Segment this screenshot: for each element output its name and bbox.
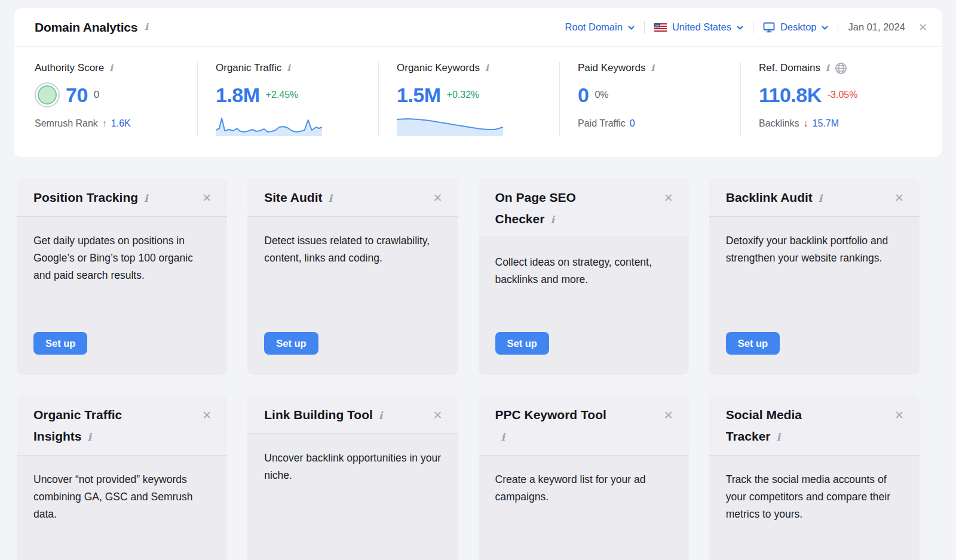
semrush-rank-value[interactable]: 1.6K [111, 118, 131, 129]
authority-score-gauge [35, 82, 60, 107]
organic-keywords-sparkline [397, 115, 503, 136]
info-icon[interactable]: i [379, 411, 382, 421]
card-site-audit: Site Auditi ✕ Detect issues related to c… [247, 178, 458, 375]
card-title: Social Media Tracker [726, 408, 802, 443]
info-icon[interactable]: i [144, 193, 148, 204]
ref-domains-value[interactable]: 110.8K [759, 84, 822, 107]
info-icon[interactable]: i [550, 215, 554, 225]
paid-traffic-value[interactable]: 0 [630, 118, 635, 129]
page-title: Domain Analytics [35, 20, 137, 35]
metric-label: Paid Keywords [578, 62, 645, 74]
organic-traffic-sparkline [216, 115, 322, 136]
arrow-down-icon: ↓ [804, 118, 808, 129]
info-icon[interactable]: i [651, 64, 654, 73]
card-title: Link Building Tool [264, 408, 373, 421]
metric-paid-keywords: Paid Keywords i 0 0% Paid Traffic 0 [559, 62, 740, 136]
card-ppc-keyword-tool: PPC Keyword Tooli ✕ Create a keyword lis… [479, 395, 689, 560]
setup-button[interactable]: Set up [264, 332, 318, 355]
metrics-row: Authority Score i 70 0 Semrush Rank ↑ 1.… [14, 47, 942, 136]
chevron-down-icon [737, 26, 743, 30]
card-description: Track the social media accounts of your … [726, 471, 903, 523]
info-icon[interactable]: i [145, 23, 148, 32]
close-icon[interactable]: ✕ [433, 192, 443, 204]
card-description: Get daily updates on positions in Google… [33, 232, 210, 284]
chevron-down-icon [628, 26, 635, 30]
info-icon[interactable]: i [287, 64, 290, 73]
card-title: Organic Traffic Insights [33, 408, 122, 443]
metric-ref-domains: Ref. Domains i 110.8K -3.05% Backlinks ↓… [740, 62, 921, 136]
info-icon[interactable]: i [328, 193, 332, 204]
close-icon[interactable]: ✕ [202, 410, 212, 421]
tool-cards-row-1: Position Trackingi ✕ Get daily updates o… [17, 178, 920, 375]
metric-label: Organic Traffic [216, 62, 281, 74]
close-icon[interactable]: ✕ [202, 192, 212, 204]
close-icon[interactable]: ✕ [433, 410, 443, 421]
close-icon[interactable]: ✕ [918, 22, 927, 33]
card-description: Detoxify your backlink portfolio and str… [726, 232, 903, 267]
arrow-up-icon: ↑ [102, 118, 107, 129]
authority-score-value[interactable]: 70 [66, 84, 88, 107]
info-icon[interactable]: i [88, 432, 91, 442]
root-domain-label: Root Domain [565, 21, 623, 33]
metric-organic-traffic: Organic Traffic i 1.8M +2.45% [197, 62, 378, 136]
divider [753, 21, 753, 34]
desktop-icon [763, 21, 775, 33]
metric-authority-score: Authority Score i 70 0 Semrush Rank ↑ 1.… [35, 62, 197, 136]
info-icon[interactable]: i [109, 64, 113, 73]
organic-keywords-delta: +0.32% [447, 90, 480, 100]
setup-button[interactable]: Set up [495, 332, 549, 355]
panel-header: Domain Analytics i Root Domain [14, 8, 942, 47]
close-icon[interactable]: ✕ [664, 410, 673, 421]
metric-organic-keywords: Organic Keywords i 1.5M +0.32% [378, 62, 559, 136]
chevron-down-icon [822, 26, 828, 30]
card-organic-traffic-insights: Organic Traffic Insightsi ✕ Uncover “not… [17, 395, 227, 560]
card-position-tracking: Position Trackingi ✕ Get daily updates o… [17, 178, 227, 375]
backlinks-label: Backlinks [759, 118, 799, 129]
card-social-media-tracker: Social Media Trackeri ✕ Track the social… [709, 395, 920, 560]
info-icon[interactable]: i [819, 193, 822, 204]
close-icon[interactable]: ✕ [894, 192, 904, 204]
device-dropdown[interactable]: Desktop [763, 21, 829, 33]
semrush-rank-label: Semrush Rank [35, 118, 98, 129]
divider [644, 21, 645, 34]
backlinks-value[interactable]: 15.7M [813, 118, 839, 129]
root-domain-dropdown[interactable]: Root Domain [565, 21, 635, 33]
card-title: Position Tracking [33, 190, 138, 204]
organic-keywords-value[interactable]: 1.5M [397, 84, 441, 107]
tool-cards-row-2: Organic Traffic Insightsi ✕ Uncover “not… [17, 395, 920, 560]
domain-analytics-panel: Domain Analytics i Root Domain [14, 8, 942, 157]
organic-traffic-value[interactable]: 1.8M [216, 84, 260, 107]
card-backlink-audit: Backlink Auditi ✕ Detoxify your backlink… [709, 178, 920, 375]
card-link-building-tool: Link Building Tooli ✕ Uncover backlink o… [247, 395, 458, 560]
globe-icon[interactable] [835, 62, 847, 75]
paid-keywords-delta: 0% [595, 90, 608, 100]
ref-domains-delta: -3.05% [828, 90, 858, 100]
us-flag-icon [654, 23, 667, 32]
info-icon[interactable]: i [501, 432, 505, 442]
card-description: Create a keyword list for your ad campai… [495, 471, 672, 506]
divider [838, 21, 838, 34]
close-icon[interactable]: ✕ [894, 410, 904, 421]
report-date: Jan 01, 2024 [848, 21, 905, 33]
setup-button[interactable]: Set up [33, 332, 87, 355]
device-label: Desktop [780, 21, 817, 33]
paid-traffic-label: Paid Traffic [578, 118, 626, 129]
metric-label: Authority Score [35, 62, 104, 74]
setup-button[interactable]: Set up [726, 332, 780, 355]
card-description: Collect ideas on strategy, content, back… [495, 254, 672, 288]
card-title: Backlink Audit [726, 190, 813, 204]
paid-keywords-value[interactable]: 0 [578, 84, 589, 107]
close-icon[interactable]: ✕ [664, 192, 673, 204]
country-dropdown[interactable]: United States [654, 21, 743, 33]
card-description: Uncover “not provided” keywords combinin… [33, 471, 210, 523]
info-icon[interactable]: i [485, 64, 489, 73]
card-title: Site Audit [264, 190, 322, 204]
info-icon[interactable]: i [826, 64, 829, 73]
metric-label: Ref. Domains [759, 62, 820, 74]
card-title: PPC Keyword Tool [495, 408, 606, 421]
card-description: Detect issues related to crawlability, c… [264, 232, 441, 267]
metric-label: Organic Keywords [397, 62, 480, 74]
card-description: Uncover backlink opportunities in your n… [264, 450, 441, 484]
info-icon[interactable]: i [776, 432, 780, 442]
country-label: United States [672, 21, 731, 33]
